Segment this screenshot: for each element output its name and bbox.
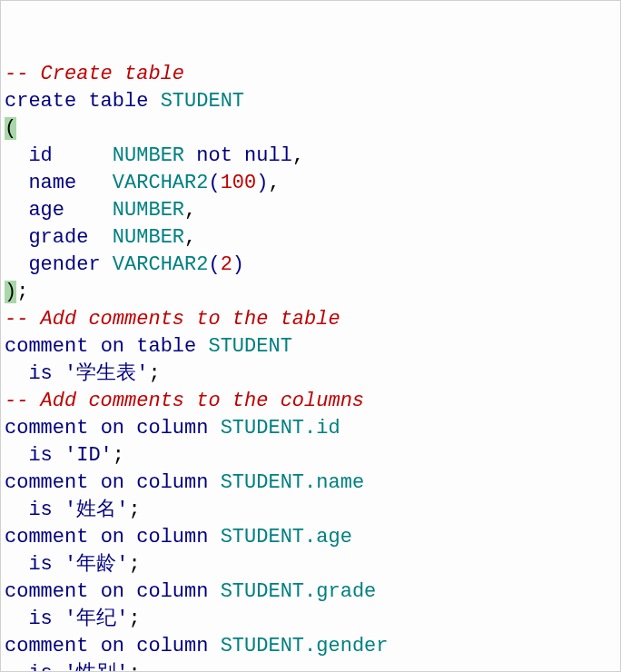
keyword-comment: comment [5, 417, 88, 440]
keyword-column: column [136, 471, 208, 494]
table-name: STUDENT [161, 90, 244, 113]
keyword-is: is [28, 444, 52, 467]
column-ref: STUDENT.gender [221, 635, 389, 657]
keyword-column: column [136, 526, 208, 548]
comma: , [292, 144, 304, 167]
keyword-table: table [136, 335, 196, 358]
comma: , [268, 172, 280, 194]
type-varchar2: VARCHAR2 [113, 172, 209, 194]
keyword-table: table [88, 90, 148, 113]
keyword-is: is [28, 553, 52, 576]
comma: , [184, 226, 196, 249]
keyword-column: column [136, 417, 208, 440]
keyword-is: is [28, 662, 52, 672]
column-ref: STUDENT.name [221, 471, 364, 494]
type-number: NUMBER [113, 226, 184, 249]
semicolon: ; [113, 444, 124, 467]
type-varchar2: VARCHAR2 [113, 253, 209, 276]
keyword-is: is [28, 499, 52, 521]
keyword-column: column [136, 580, 208, 603]
keyword-on: on [101, 580, 124, 603]
keyword-on: on [101, 417, 124, 440]
keyword-on: on [101, 471, 124, 494]
semicolon: ; [148, 362, 160, 385]
semicolon: ; [16, 281, 28, 303]
sql-comment: -- Add comments to the columns [5, 390, 364, 412]
keyword-on: on [101, 635, 124, 657]
code-editor: -- Create table create table STUDENT ( i… [5, 61, 616, 672]
semicolon: ; [128, 553, 140, 576]
size-100: 100 [221, 172, 257, 194]
comma: , [184, 199, 196, 222]
keyword-is: is [28, 608, 52, 630]
column-id: id [28, 144, 52, 167]
sql-comment: -- Add comments to the table [5, 308, 340, 331]
string-literal: '性别' [64, 662, 128, 672]
close-paren: ) [256, 172, 268, 194]
size-2: 2 [221, 253, 232, 276]
keyword-null: null [244, 144, 292, 167]
column-ref: STUDENT.grade [221, 580, 377, 603]
semicolon: ; [128, 499, 140, 521]
keyword-comment: comment [5, 526, 88, 548]
open-paren: ( [208, 253, 220, 276]
column-gender: gender [28, 253, 100, 276]
keyword-comment: comment [5, 580, 88, 603]
sql-comment: -- Create table [5, 63, 184, 85]
type-number: NUMBER [113, 199, 184, 222]
column-age: age [28, 199, 64, 222]
column-grade: grade [28, 226, 88, 249]
column-ref: STUDENT.id [221, 417, 340, 440]
column-ref: STUDENT.age [221, 526, 352, 548]
keyword-on: on [101, 526, 124, 548]
string-literal: '学生表' [64, 362, 148, 385]
open-paren-highlighted: ( [5, 117, 16, 140]
column-name: name [28, 172, 76, 194]
close-paren: ) [232, 253, 244, 276]
keyword-comment: comment [5, 335, 88, 358]
semicolon: ; [128, 608, 140, 630]
keyword-column: column [136, 635, 208, 657]
string-literal: '年纪' [64, 608, 128, 630]
type-number: NUMBER [113, 144, 184, 167]
keyword-comment: comment [5, 471, 88, 494]
semicolon: ; [128, 662, 140, 672]
keyword-comment: comment [5, 635, 88, 657]
string-literal: '姓名' [64, 499, 128, 521]
open-paren: ( [208, 172, 220, 194]
keyword-not: not [196, 144, 232, 167]
string-literal: 'ID' [64, 444, 113, 467]
keyword-on: on [101, 335, 124, 358]
string-literal: '年龄' [64, 553, 128, 576]
keyword-create: create [5, 90, 76, 113]
table-ref: STUDENT [208, 335, 291, 358]
close-paren-highlighted: ) [5, 281, 16, 303]
keyword-is: is [28, 362, 52, 385]
